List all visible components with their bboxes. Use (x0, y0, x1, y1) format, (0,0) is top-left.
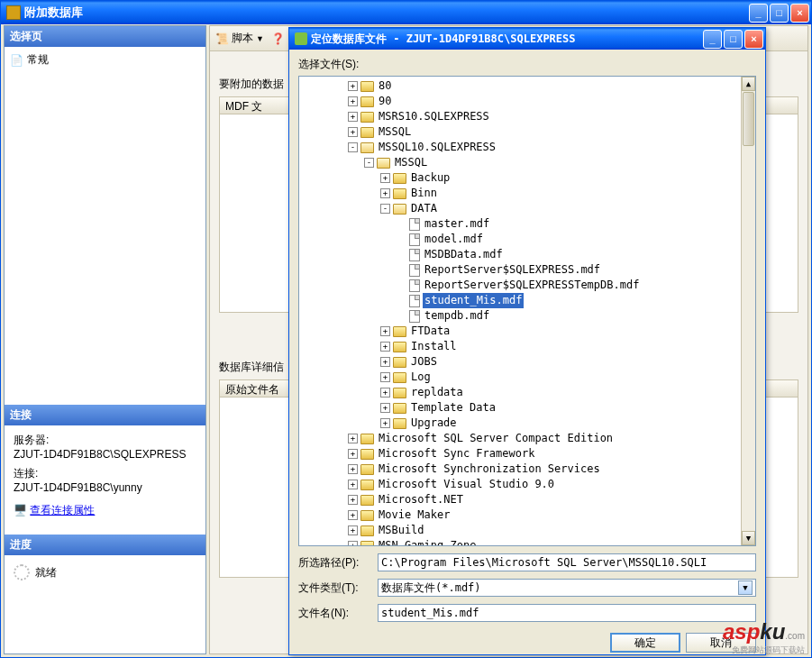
expand-icon[interactable]: + (380, 403, 390, 413)
collapse-icon[interactable]: - (348, 142, 358, 152)
tree-node[interactable]: +Microsoft Sync Framework (299, 446, 755, 462)
tree-node[interactable]: +JOBS (299, 354, 755, 370)
page-general[interactable]: 📄 常规 (10, 52, 200, 68)
scroll-up-button[interactable]: ▲ (742, 77, 755, 91)
expand-icon[interactable]: + (348, 449, 358, 459)
tree-node[interactable]: master.mdf (299, 216, 755, 232)
tree-label[interactable]: Microsoft.NET (377, 492, 465, 507)
collapse-icon[interactable]: - (380, 204, 390, 214)
file-tree[interactable]: +80+90+MSRS10.SQLEXPRESS+MSSQL-MSSQL10.S… (298, 76, 756, 546)
expand-icon[interactable]: + (348, 464, 358, 474)
tree-label[interactable]: Binn (409, 186, 439, 201)
expand-icon[interactable]: + (380, 326, 390, 336)
tree-node[interactable]: +MSSQL (299, 124, 755, 140)
tree-label[interactable]: Microsoft Sync Framework (377, 446, 536, 462)
tree-node[interactable]: +MSRS10.SQLEXPRESS (299, 109, 755, 124)
tree-node[interactable]: +Microsoft Visual Studio 9.0 (299, 477, 755, 492)
tree-node[interactable]: +Upgrade (299, 416, 755, 431)
filename-input[interactable] (378, 604, 756, 622)
expand-icon[interactable]: + (380, 372, 390, 382)
tree-label[interactable]: JOBS (409, 354, 439, 370)
tree-label[interactable]: repldata (409, 385, 465, 400)
modal-close-button[interactable]: × (744, 30, 763, 49)
tree-label[interactable]: MSSQL (377, 124, 413, 140)
expand-icon[interactable]: + (348, 525, 358, 535)
tree-node[interactable]: model.mdf (299, 232, 755, 247)
expand-icon[interactable]: + (380, 418, 390, 428)
maximize-button[interactable]: □ (770, 4, 789, 23)
tree-label[interactable]: ReportServer$SQLEXPRESSTempDB.mdf (423, 278, 641, 293)
expand-icon[interactable]: + (380, 342, 390, 352)
tree-label[interactable]: MSDBData.mdf (423, 247, 505, 262)
modal-minimize-button[interactable]: _ (703, 30, 722, 49)
expand-icon[interactable]: + (348, 510, 358, 520)
expand-icon[interactable]: + (348, 81, 358, 91)
tree-label[interactable]: Backup (409, 170, 452, 186)
tree-node[interactable]: tempdb.mdf (299, 308, 755, 324)
tree-scrollbar[interactable]: ▲ ▼ (741, 77, 755, 545)
minimize-button[interactable]: _ (749, 4, 768, 23)
help-button[interactable]: ❓ (271, 32, 287, 45)
tree-label[interactable]: ReportServer$SQLEXPRESS.mdf (423, 262, 602, 278)
tree-label[interactable]: model.mdf (423, 232, 485, 247)
tree-label[interactable]: DATA (409, 201, 439, 216)
tree-node[interactable]: +80 (299, 78, 755, 94)
tree-label[interactable]: MSRS10.SQLEXPRESS (377, 109, 491, 124)
ok-button[interactable]: 确定 (610, 633, 680, 653)
path-input[interactable] (378, 553, 756, 571)
expand-icon[interactable]: + (348, 480, 358, 489)
expand-icon[interactable]: + (380, 388, 390, 398)
expand-icon[interactable]: + (348, 541, 358, 546)
tree-node[interactable]: +Backup (299, 170, 755, 186)
tree-node[interactable]: +90 (299, 94, 755, 109)
tree-label[interactable]: Log (409, 370, 433, 385)
tree-label[interactable]: Microsoft SQL Server Compact Edition (377, 431, 615, 446)
tree-label[interactable]: FTData (409, 324, 452, 339)
tree-node[interactable]: +Microsoft.NET (299, 492, 755, 507)
script-button[interactable]: 📜 脚本 ▼ (215, 31, 264, 46)
tree-label[interactable]: 80 (377, 78, 393, 94)
tree-node[interactable]: +MSN Gaming Zone (299, 538, 755, 546)
tree-label[interactable]: MSSQL (393, 155, 429, 170)
combo-arrow-icon[interactable]: ▼ (738, 580, 753, 595)
expand-icon[interactable]: + (380, 188, 390, 198)
cancel-button[interactable]: 取消 (686, 633, 756, 653)
tree-node[interactable]: +MSBuild (299, 523, 755, 538)
tree-node[interactable]: +Binn (299, 186, 755, 201)
tree-node[interactable]: +Movie Maker (299, 507, 755, 523)
file-type-combo[interactable]: 数据库文件(*.mdf) ▼ (378, 579, 756, 597)
tree-label[interactable]: student_Mis.mdf (423, 293, 524, 308)
close-button[interactable]: × (790, 4, 809, 23)
tree-label[interactable]: Microsoft Synchronization Services (377, 462, 602, 477)
tree-node[interactable]: +Install (299, 339, 755, 354)
expand-icon[interactable]: + (348, 434, 358, 443)
view-connection-props-link[interactable]: 查看连接属性 (30, 504, 95, 516)
tree-node[interactable]: MSDBData.mdf (299, 247, 755, 262)
tree-label[interactable]: MSN Gaming Zone (377, 538, 478, 546)
tree-label[interactable]: 90 (377, 94, 393, 109)
expand-icon[interactable]: + (348, 127, 358, 137)
tree-label[interactable]: MSBuild (377, 523, 426, 538)
scroll-down-button[interactable]: ▼ (742, 531, 755, 545)
tree-node[interactable]: -DATA (299, 201, 755, 216)
tree-node[interactable]: +repldata (299, 385, 755, 400)
expand-icon[interactable]: + (348, 495, 358, 505)
scroll-thumb[interactable] (743, 92, 754, 146)
tree-label[interactable]: tempdb.mdf (423, 308, 491, 324)
tree-node[interactable]: -MSSQL10.SQLEXPRESS (299, 140, 755, 155)
main-titlebar[interactable]: 附加数据库 _ □ × (1, 1, 811, 24)
expand-icon[interactable]: + (380, 357, 390, 367)
collapse-icon[interactable]: - (364, 158, 374, 168)
tree-label[interactable]: Install (409, 339, 459, 354)
tree-label[interactable]: Upgrade (409, 416, 459, 431)
tree-node[interactable]: +FTData (299, 324, 755, 339)
modal-titlebar[interactable]: 定位数据库文件 - ZJUT-1D4DF91B8C\SQLEXPRESS _ □… (289, 28, 765, 50)
expand-icon[interactable]: + (348, 96, 358, 106)
tree-node[interactable]: +Template Data (299, 400, 755, 416)
tree-node[interactable]: -MSSQL (299, 155, 755, 170)
tree-node[interactable]: student_Mis.mdf (299, 293, 755, 308)
tree-label[interactable]: Template Data (409, 400, 497, 416)
expand-icon[interactable]: + (380, 173, 390, 183)
expand-icon[interactable]: + (348, 112, 358, 122)
modal-maximize-button[interactable]: □ (724, 30, 743, 49)
